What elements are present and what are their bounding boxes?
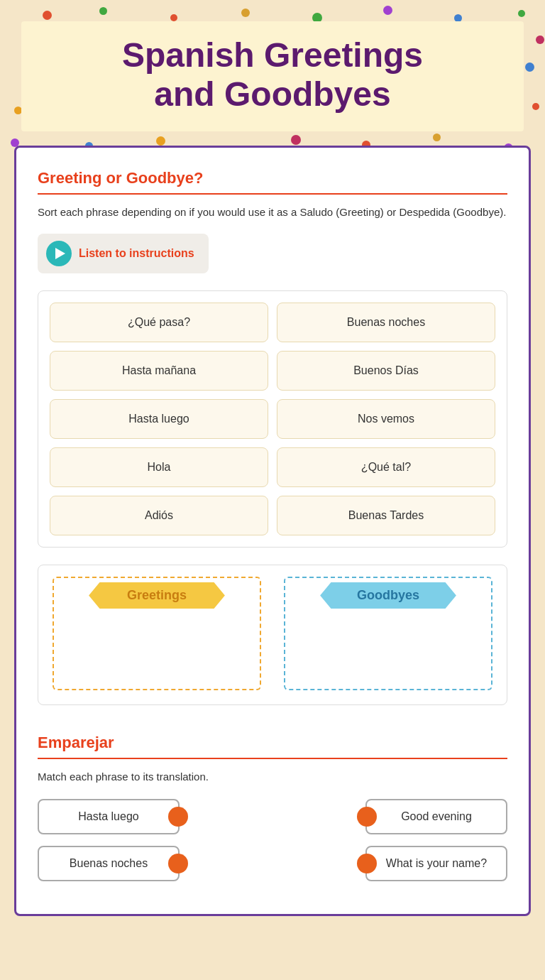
- drop-zones-container: Greetings Goodbyes: [38, 565, 507, 705]
- phrase-card[interactable]: ¿Qué pasa?: [50, 303, 268, 342]
- connector-dot-left: [168, 854, 188, 873]
- emparejar-desc: Match each phrase to its translation.: [38, 769, 507, 785]
- greetings-drop-zone[interactable]: Greetings: [53, 577, 261, 690]
- goodbyes-drop-zone[interactable]: Goodbyes: [284, 577, 492, 690]
- goodbyes-banner: Goodbyes: [320, 582, 456, 609]
- confetti-dot: [99, 7, 107, 15]
- confetti-dot: [291, 135, 301, 145]
- match-row: Buenas nochesWhat is your name?: [38, 846, 507, 881]
- phrase-card[interactable]: Buenas Tardes: [277, 496, 495, 535]
- emparejar-section: Emparejar Match each phrase to its trans…: [38, 726, 507, 882]
- phrase-card[interactable]: Hola: [50, 447, 268, 487]
- phrase-grid: ¿Qué pasa?Buenas nochesHasta mañanaBueno…: [38, 290, 507, 548]
- confetti-dot: [383, 6, 392, 15]
- listen-label: Listen to instructions: [79, 247, 194, 260]
- sorting-section: Greeting or Goodbye? Sort each phrase de…: [38, 169, 507, 705]
- phrase-card[interactable]: Buenos Días: [277, 351, 495, 391]
- main-card: Greeting or Goodbye? Sort each phrase de…: [14, 146, 531, 916]
- match-left-group: Hasta luego: [38, 799, 180, 834]
- match-left-group: Buenas noches: [38, 846, 180, 881]
- sorting-section-desc: Sort each phrase depending on if you wou…: [38, 205, 507, 221]
- phrase-card[interactable]: Hasta mañana: [50, 351, 268, 391]
- phrase-card[interactable]: Buenas noches: [277, 303, 495, 342]
- sorting-section-title: Greeting or Goodbye?: [38, 169, 507, 187]
- match-right-group: Good evening: [365, 799, 507, 834]
- greetings-banner: Greetings: [89, 582, 225, 609]
- match-left-phrase[interactable]: Buenas noches: [38, 846, 180, 881]
- match-right-phrase[interactable]: Good evening: [365, 799, 507, 834]
- match-container: Hasta luegoGood eveningBuenas nochesWhat…: [38, 799, 507, 881]
- page-title: Spanish Greetings and Goodbyes: [43, 36, 502, 114]
- confetti-dot: [241, 9, 250, 17]
- emparejar-divider: [38, 758, 507, 759]
- title-area: Spanish Greetings and Goodbyes: [21, 21, 524, 131]
- confetti-dot: [433, 134, 441, 141]
- phrase-card[interactable]: ¿Qué tal?: [277, 447, 495, 487]
- connector-dot-left: [168, 807, 188, 827]
- emparejar-title: Emparejar: [38, 734, 507, 752]
- phrase-card[interactable]: Hasta luego: [50, 399, 268, 439]
- confetti-dot: [518, 10, 525, 17]
- confetti-dot: [43, 11, 52, 20]
- match-right-group: What is your name?: [365, 846, 507, 881]
- match-right-phrase[interactable]: What is your name?: [365, 846, 507, 881]
- confetti-dot: [525, 62, 534, 72]
- match-row: Hasta luegoGood evening: [38, 799, 507, 834]
- connector-dot-right: [357, 854, 377, 873]
- listen-button[interactable]: Listen to instructions: [38, 234, 209, 273]
- goodbyes-drop-wrapper: Goodbyes: [275, 571, 501, 699]
- sorting-divider: [38, 193, 507, 195]
- confetti-dot: [170, 14, 177, 21]
- greetings-drop-wrapper: Greetings: [44, 571, 270, 699]
- confetti-dot: [156, 136, 165, 146]
- phrase-card[interactable]: Nos vemos: [277, 399, 495, 439]
- phrase-card[interactable]: Adiós: [50, 496, 268, 535]
- confetti-dot: [532, 103, 539, 110]
- connector-dot-right: [357, 807, 377, 827]
- play-icon: [46, 241, 72, 266]
- confetti-dot: [536, 36, 544, 44]
- match-left-phrase[interactable]: Hasta luego: [38, 799, 180, 834]
